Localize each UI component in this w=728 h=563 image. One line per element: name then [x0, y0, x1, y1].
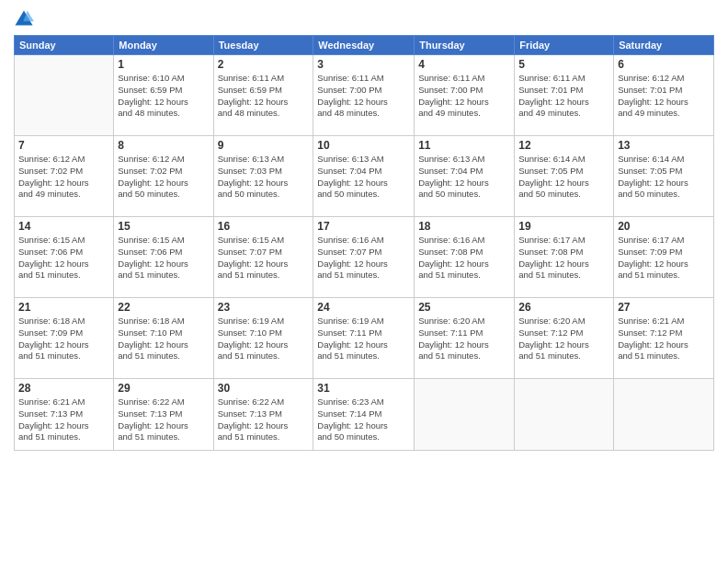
calendar-week-5: 28Sunrise: 6:21 AM Sunset: 7:13 PM Dayli…: [15, 379, 714, 451]
calendar-cell: 14Sunrise: 6:15 AM Sunset: 7:06 PM Dayli…: [15, 217, 114, 298]
day-detail: Sunrise: 6:15 AM Sunset: 7:06 PM Dayligh…: [118, 235, 209, 282]
day-detail: Sunrise: 6:13 AM Sunset: 7:04 PM Dayligh…: [418, 154, 510, 201]
day-number: 10: [317, 139, 410, 152]
calendar-cell: 19Sunrise: 6:17 AM Sunset: 7:08 PM Dayli…: [515, 217, 614, 298]
day-number: 3: [317, 58, 410, 71]
calendar-cell: 8Sunrise: 6:12 AM Sunset: 7:02 PM Daylig…: [114, 136, 213, 217]
day-number: 17: [317, 220, 410, 233]
calendar-cell: 9Sunrise: 6:13 AM Sunset: 7:03 PM Daylig…: [213, 136, 313, 217]
day-number: 25: [418, 301, 510, 314]
day-detail: Sunrise: 6:22 AM Sunset: 7:13 PM Dayligh…: [118, 396, 209, 443]
day-detail: Sunrise: 6:23 AM Sunset: 7:14 PM Dayligh…: [317, 396, 410, 443]
day-detail: Sunrise: 6:14 AM Sunset: 7:05 PM Dayligh…: [618, 154, 710, 201]
calendar-cell: [415, 379, 515, 451]
day-detail: Sunrise: 6:15 AM Sunset: 7:06 PM Dayligh…: [18, 235, 109, 282]
day-number: 26: [518, 301, 609, 314]
day-number: 8: [118, 139, 209, 152]
calendar-cell: 10Sunrise: 6:13 AM Sunset: 7:04 PM Dayli…: [313, 136, 415, 217]
day-number: 30: [218, 382, 310, 395]
day-number: 4: [418, 58, 510, 71]
day-number: 18: [418, 220, 510, 233]
day-number: 23: [218, 301, 310, 314]
day-detail: Sunrise: 6:17 AM Sunset: 7:09 PM Dayligh…: [618, 235, 710, 282]
calendar-cell: 11Sunrise: 6:13 AM Sunset: 7:04 PM Dayli…: [415, 136, 515, 217]
day-number: 1: [118, 58, 209, 71]
calendar-cell: 24Sunrise: 6:19 AM Sunset: 7:11 PM Dayli…: [313, 298, 415, 379]
calendar-cell: 12Sunrise: 6:14 AM Sunset: 7:05 PM Dayli…: [515, 136, 614, 217]
calendar-week-2: 7Sunrise: 6:12 AM Sunset: 7:02 PM Daylig…: [15, 136, 714, 217]
day-number: 6: [618, 58, 710, 71]
day-number: 24: [317, 301, 410, 314]
day-number: 28: [18, 382, 109, 395]
calendar-cell: 16Sunrise: 6:15 AM Sunset: 7:07 PM Dayli…: [213, 217, 313, 298]
calendar-cell: 25Sunrise: 6:20 AM Sunset: 7:11 PM Dayli…: [415, 298, 515, 379]
col-header-saturday: Saturday: [614, 36, 714, 55]
day-detail: Sunrise: 6:12 AM Sunset: 7:01 PM Dayligh…: [618, 73, 710, 120]
calendar-cell: 7Sunrise: 6:12 AM Sunset: 7:02 PM Daylig…: [15, 136, 114, 217]
calendar-week-1: 1Sunrise: 6:10 AM Sunset: 6:59 PM Daylig…: [15, 55, 714, 136]
calendar-cell: 27Sunrise: 6:21 AM Sunset: 7:12 PM Dayli…: [614, 298, 714, 379]
day-number: 15: [118, 220, 209, 233]
day-number: 31: [317, 382, 410, 395]
day-detail: Sunrise: 6:12 AM Sunset: 7:02 PM Dayligh…: [18, 154, 109, 201]
day-number: 5: [518, 58, 609, 71]
calendar-header-row: SundayMondayTuesdayWednesdayThursdayFrid…: [15, 36, 714, 55]
calendar-cell: 3Sunrise: 6:11 AM Sunset: 7:00 PM Daylig…: [313, 55, 415, 136]
day-detail: Sunrise: 6:16 AM Sunset: 7:07 PM Dayligh…: [317, 235, 410, 282]
calendar-cell: 23Sunrise: 6:19 AM Sunset: 7:10 PM Dayli…: [213, 298, 313, 379]
calendar-cell: 20Sunrise: 6:17 AM Sunset: 7:09 PM Dayli…: [614, 217, 714, 298]
day-detail: Sunrise: 6:20 AM Sunset: 7:11 PM Dayligh…: [418, 316, 510, 362]
calendar-cell: 4Sunrise: 6:11 AM Sunset: 7:00 PM Daylig…: [415, 55, 515, 136]
day-number: 19: [518, 220, 609, 233]
day-number: 12: [518, 139, 609, 152]
day-detail: Sunrise: 6:11 AM Sunset: 7:00 PM Dayligh…: [317, 73, 410, 120]
day-detail: Sunrise: 6:11 AM Sunset: 6:59 PM Dayligh…: [218, 73, 310, 120]
calendar-cell: 21Sunrise: 6:18 AM Sunset: 7:09 PM Dayli…: [15, 298, 114, 379]
calendar-table: SundayMondayTuesdayWednesdayThursdayFrid…: [14, 35, 714, 451]
day-detail: Sunrise: 6:13 AM Sunset: 7:03 PM Dayligh…: [218, 154, 310, 201]
day-detail: Sunrise: 6:17 AM Sunset: 7:08 PM Dayligh…: [518, 235, 609, 282]
calendar-cell: [15, 55, 114, 136]
col-header-friday: Friday: [515, 36, 614, 55]
calendar-cell: 30Sunrise: 6:22 AM Sunset: 7:13 PM Dayli…: [213, 379, 313, 451]
day-number: 20: [618, 220, 710, 233]
day-detail: Sunrise: 6:13 AM Sunset: 7:04 PM Dayligh…: [317, 154, 410, 201]
calendar-week-4: 21Sunrise: 6:18 AM Sunset: 7:09 PM Dayli…: [15, 298, 714, 379]
calendar-cell: 15Sunrise: 6:15 AM Sunset: 7:06 PM Dayli…: [114, 217, 213, 298]
calendar-cell: 13Sunrise: 6:14 AM Sunset: 7:05 PM Dayli…: [614, 136, 714, 217]
day-detail: Sunrise: 6:19 AM Sunset: 7:11 PM Dayligh…: [317, 316, 410, 362]
col-header-monday: Monday: [114, 36, 213, 55]
day-detail: Sunrise: 6:11 AM Sunset: 7:00 PM Dayligh…: [418, 73, 510, 120]
day-number: 9: [218, 139, 310, 152]
day-detail: Sunrise: 6:21 AM Sunset: 7:12 PM Dayligh…: [618, 316, 710, 362]
calendar-cell: 6Sunrise: 6:12 AM Sunset: 7:01 PM Daylig…: [614, 55, 714, 136]
day-number: 22: [118, 301, 209, 314]
day-detail: Sunrise: 6:21 AM Sunset: 7:13 PM Dayligh…: [18, 396, 109, 443]
day-detail: Sunrise: 6:20 AM Sunset: 7:12 PM Dayligh…: [518, 316, 609, 362]
day-detail: Sunrise: 6:10 AM Sunset: 6:59 PM Dayligh…: [118, 73, 209, 120]
day-detail: Sunrise: 6:22 AM Sunset: 7:13 PM Dayligh…: [218, 396, 310, 443]
day-number: 16: [218, 220, 310, 233]
header: [14, 9, 714, 29]
day-detail: Sunrise: 6:14 AM Sunset: 7:05 PM Dayligh…: [518, 154, 609, 201]
calendar-cell: [614, 379, 714, 451]
calendar-cell: 18Sunrise: 6:16 AM Sunset: 7:08 PM Dayli…: [415, 217, 515, 298]
calendar-cell: 5Sunrise: 6:11 AM Sunset: 7:01 PM Daylig…: [515, 55, 614, 136]
day-number: 27: [618, 301, 710, 314]
col-header-tuesday: Tuesday: [213, 36, 313, 55]
day-detail: Sunrise: 6:16 AM Sunset: 7:08 PM Dayligh…: [418, 235, 510, 282]
day-number: 7: [18, 139, 109, 152]
day-number: 14: [18, 220, 109, 233]
day-detail: Sunrise: 6:12 AM Sunset: 7:02 PM Dayligh…: [118, 154, 209, 201]
day-detail: Sunrise: 6:18 AM Sunset: 7:10 PM Dayligh…: [118, 316, 209, 362]
col-header-wednesday: Wednesday: [313, 36, 415, 55]
logo-icon: [14, 9, 34, 29]
page: SundayMondayTuesdayWednesdayThursdayFrid…: [0, 0, 728, 563]
col-header-thursday: Thursday: [415, 36, 515, 55]
day-number: 29: [118, 382, 209, 395]
logo: [14, 9, 36, 29]
day-number: 11: [418, 139, 510, 152]
day-number: 13: [618, 139, 710, 152]
day-detail: Sunrise: 6:15 AM Sunset: 7:07 PM Dayligh…: [218, 235, 310, 282]
calendar-cell: 26Sunrise: 6:20 AM Sunset: 7:12 PM Dayli…: [515, 298, 614, 379]
